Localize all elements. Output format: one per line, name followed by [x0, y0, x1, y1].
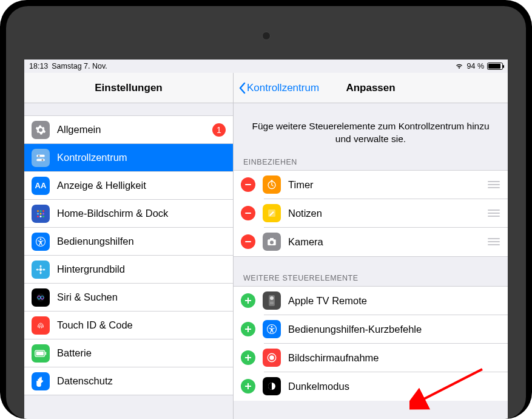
ipad-bezel: 18:13 Samstag 7. Nov. 94 % Einstellungen — [6, 6, 526, 419]
gear-icon — [32, 121, 50, 139]
svg-point-11 — [40, 216, 42, 217]
section-description: Füge weitere Steuerelemente zum Kontroll… — [234, 103, 508, 158]
grid-icon — [32, 205, 50, 223]
siri-icon — [32, 288, 50, 307]
svg-rect-29 — [245, 241, 251, 242]
control-row-accessibility-shortcut[interactable]: Bedienungshilfen-Kurzbefehle — [234, 315, 508, 344]
sidebar-item-display[interactable]: AA Anzeige & Helligkeit — [24, 172, 233, 200]
remove-button[interactable] — [241, 177, 255, 192]
svg-point-16 — [40, 265, 42, 268]
remove-button[interactable] — [241, 206, 255, 220]
control-label: Bildschirmaufnahme — [288, 352, 500, 364]
add-button[interactable] — [241, 322, 255, 336]
battery-icon — [32, 344, 50, 363]
add-button[interactable] — [241, 350, 255, 365]
control-label: Apple TV Remote — [288, 295, 500, 307]
drag-handle[interactable] — [487, 181, 500, 188]
svg-point-18 — [36, 268, 39, 270]
svg-point-17 — [40, 271, 42, 274]
add-button[interactable] — [241, 293, 255, 308]
svg-point-2 — [38, 155, 40, 157]
status-bar: 18:13 Samstag 7. Nov. 94 % — [24, 60, 508, 73]
svg-point-40 — [269, 356, 274, 361]
svg-point-38 — [271, 326, 273, 328]
sidebar-item-label: Allgemein — [57, 124, 205, 135]
svg-rect-1 — [36, 158, 45, 161]
screen: 18:13 Samstag 7. Nov. 94 % Einstellungen — [24, 60, 508, 419]
svg-point-10 — [37, 216, 39, 217]
control-row-appletv[interactable]: Apple TV Remote — [234, 287, 508, 315]
svg-rect-0 — [36, 154, 45, 157]
notes-icon — [263, 204, 281, 222]
svg-point-34 — [270, 296, 274, 300]
svg-rect-31 — [270, 238, 274, 240]
svg-point-5 — [40, 210, 42, 212]
sidebar-item-touchid[interactable]: Touch ID & Code — [24, 312, 233, 339]
sidebar-title: Einstellungen — [95, 82, 162, 94]
svg-point-19 — [42, 268, 45, 270]
control-label: Notizen — [288, 208, 480, 219]
statusbar-battery-pct: 94 % — [467, 62, 485, 70]
fingerprint-icon — [32, 316, 50, 335]
ipad-frame: 18:13 Samstag 7. Nov. 94 % Einstellungen — [0, 0, 532, 419]
sidebar-item-siri[interactable]: Siri & Suchen — [24, 284, 233, 312]
sidebar-item-general[interactable]: Allgemein 1 — [24, 116, 233, 144]
control-row-timer[interactable]: Timer — [234, 171, 508, 199]
svg-rect-35 — [270, 302, 274, 302]
toggles-icon — [32, 149, 50, 167]
darkmode-icon — [263, 377, 281, 395]
back-button[interactable]: Kontrollzentrum — [238, 82, 319, 94]
svg-point-6 — [42, 210, 44, 212]
sidebar-item-homescreen[interactable]: Home-Bildschirm & Dock — [24, 200, 233, 228]
notification-badge: 1 — [212, 123, 226, 137]
drag-handle[interactable] — [487, 210, 500, 217]
sidebar-item-accessibility[interactable]: Bedienungshilfen — [24, 228, 233, 256]
svg-rect-23 — [45, 352, 47, 355]
svg-point-12 — [42, 216, 44, 217]
statusbar-time: 18:13 — [29, 62, 48, 70]
drag-handle[interactable] — [487, 238, 500, 245]
record-icon — [263, 349, 281, 367]
detail-content[interactable]: Füge weitere Steuerelemente zum Kontroll… — [234, 103, 508, 419]
more-group: Apple TV Remote Bedienungshilfen-Kurzbef… — [234, 286, 508, 401]
camera-icon — [263, 233, 281, 251]
detail-navbar: Kontrollzentrum Anpassen — [234, 73, 508, 103]
control-label: Timer — [288, 179, 480, 191]
timer-icon — [263, 175, 281, 194]
sidebar-item-label: Home-Bildschirm & Dock — [57, 208, 226, 219]
control-row-darkmode[interactable]: Dunkelmodus — [234, 372, 508, 401]
sidebar-navbar: Einstellungen — [24, 73, 233, 103]
accessibility-icon — [263, 320, 281, 338]
control-label: Dunkelmodus — [288, 381, 500, 392]
sidebar-item-control-center[interactable]: Kontrollzentrum — [24, 144, 233, 172]
sidebar-item-label: Touch ID & Code — [57, 319, 226, 331]
flower-icon — [32, 261, 50, 279]
back-label: Kontrollzentrum — [247, 82, 319, 94]
svg-point-32 — [270, 240, 274, 244]
add-button[interactable] — [241, 379, 255, 393]
svg-point-3 — [42, 158, 44, 160]
remove-button[interactable] — [241, 234, 255, 249]
sidebar-item-privacy[interactable]: Datenschutz — [24, 367, 233, 395]
svg-point-4 — [37, 210, 39, 212]
statusbar-date: Samstag 7. Nov. — [52, 62, 107, 70]
hand-icon — [32, 372, 50, 390]
sidebar-item-wallpaper[interactable]: Hintergrundbild — [24, 256, 233, 284]
sidebar-item-label: Anzeige & Helligkeit — [57, 180, 226, 191]
control-label: Bedienungshilfen-Kurzbefehle — [288, 324, 500, 335]
include-section-header: EINBEZIEHEN — [234, 158, 508, 170]
svg-rect-22 — [36, 351, 44, 355]
include-group: Timer Notizen — [234, 170, 508, 257]
settings-sidebar: Einstellungen Allgemein 1 — [24, 73, 234, 419]
control-row-notes[interactable]: Notizen — [234, 199, 508, 228]
svg-rect-27 — [245, 213, 251, 214]
control-row-screen-recording[interactable]: Bildschirmaufnahme — [234, 344, 508, 372]
sidebar-item-label: Kontrollzentrum — [57, 152, 226, 163]
svg-rect-36 — [270, 304, 274, 304]
sidebar-item-battery[interactable]: Batterie — [24, 339, 233, 367]
control-row-camera[interactable]: Kamera — [234, 228, 508, 256]
sidebar-item-label: Hintergrundbild — [57, 264, 226, 275]
sidebar-item-label: Siri & Suchen — [57, 291, 226, 303]
control-label: Kamera — [288, 236, 480, 248]
svg-rect-24 — [245, 184, 251, 185]
